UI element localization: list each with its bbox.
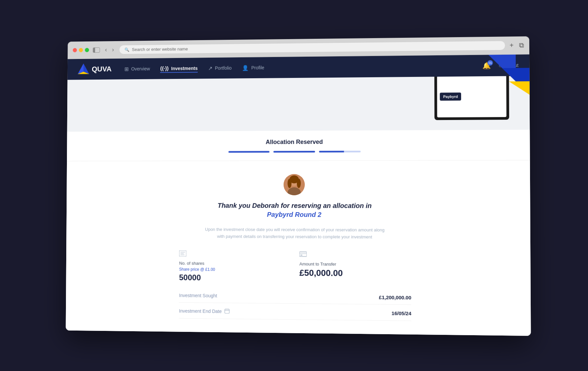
forward-button[interactable]: › bbox=[111, 46, 115, 53]
investment-end-date-label: Investment End Date bbox=[179, 308, 230, 315]
shares-icon bbox=[179, 250, 289, 259]
investment-sought-value: £1,200,000.00 bbox=[379, 294, 411, 300]
investment-end-date-text: Investment End Date bbox=[179, 308, 222, 314]
navbar: QUVA ⊞ Overview ((·)) Investments ↗ Port… bbox=[67, 54, 529, 80]
person-icon: 👤 bbox=[242, 65, 248, 71]
transfer-label: Amount to Transfer bbox=[299, 261, 411, 267]
nav-item-portfolio[interactable]: ↗ Portfolio bbox=[208, 64, 232, 73]
nav-item-investments[interactable]: ((·)) Investments bbox=[160, 64, 197, 73]
chart-icon: ↗ bbox=[208, 65, 212, 71]
transfer-detail: Amount to Transfer £50,000.00 bbox=[299, 251, 411, 284]
stepper-title: Allocation Reserved bbox=[265, 139, 323, 146]
details-grid: No. of shares Share price @ £1.00 50000 … bbox=[179, 250, 411, 284]
window-controls bbox=[73, 48, 89, 52]
nav-links: ⊞ Overview ((·)) Investments ↗ Portfolio… bbox=[124, 61, 469, 74]
stepper-bars bbox=[228, 151, 360, 153]
investment-sought-label: Investment Sought bbox=[179, 293, 217, 298]
sidebar-toggle-button[interactable] bbox=[93, 47, 100, 53]
search-icon: 🔍 bbox=[124, 47, 129, 52]
investments-icon: ((·)) bbox=[160, 66, 168, 72]
svg-rect-17 bbox=[299, 253, 306, 254]
main-content: Thank you Deborah for reserving an alloc… bbox=[66, 160, 531, 336]
logo-text: QUVA bbox=[91, 65, 111, 74]
info-text: Upon the investment close date you will … bbox=[202, 226, 387, 241]
close-button[interactable] bbox=[73, 48, 77, 52]
nav-label-investments: Investments bbox=[171, 66, 197, 71]
transfer-icon bbox=[299, 251, 411, 259]
logo[interactable]: QUVA bbox=[78, 63, 111, 75]
nav-controls: ‹ › bbox=[104, 46, 115, 53]
summary-section: Investment Sought £1,200,000.00 Investme… bbox=[179, 293, 411, 321]
nav-label-profile: Profile bbox=[251, 65, 264, 70]
investment-sought-row: Investment Sought £1,200,000.00 bbox=[179, 293, 411, 305]
stepper-section: Allocation Reserved bbox=[67, 130, 530, 161]
address-text: Search or enter website name bbox=[132, 46, 188, 52]
calendar-icon bbox=[224, 308, 230, 315]
hero-area: Paybyrd bbox=[67, 76, 530, 132]
browser-window: ‹ › 🔍 Search or enter website name + ⧉ bbox=[66, 36, 531, 336]
back-button[interactable]: ‹ bbox=[104, 46, 108, 53]
avatar bbox=[284, 174, 305, 195]
svg-rect-18 bbox=[300, 255, 302, 255]
svg-marker-2 bbox=[509, 81, 529, 95]
shares-detail: No. of shares Share price @ £1.00 50000 bbox=[179, 250, 289, 283]
svg-rect-19 bbox=[225, 309, 229, 313]
address-bar[interactable]: 🔍 Search or enter website name bbox=[119, 41, 506, 55]
svg-rect-16 bbox=[299, 252, 306, 256]
copy-button[interactable]: ⧉ bbox=[519, 41, 524, 49]
nav-label-portfolio: Portfolio bbox=[215, 65, 232, 71]
investment-end-date-row: Investment End Date 16/05/24 bbox=[179, 308, 411, 321]
shares-value: 50000 bbox=[179, 273, 289, 283]
thank-you-text: Thank you Deborah for reserving an alloc… bbox=[217, 202, 371, 210]
nav-label-overview: Overview bbox=[131, 66, 150, 72]
grid-icon: ⊞ bbox=[124, 66, 129, 72]
nav-item-profile[interactable]: 👤 Profile bbox=[242, 63, 264, 72]
shares-label: No. of shares bbox=[179, 261, 289, 266]
maximize-button[interactable] bbox=[85, 48, 89, 52]
monitor-brand: Paybyrd bbox=[440, 93, 461, 101]
app-content: QUVA ⊞ Overview ((·)) Investments ↗ Port… bbox=[66, 54, 531, 336]
stepper-bar-1 bbox=[228, 151, 269, 153]
company-name: Paybyrd Round 2 bbox=[267, 211, 321, 218]
minimize-button[interactable] bbox=[79, 48, 83, 52]
nav-item-overview[interactable]: ⊞ Overview bbox=[124, 64, 150, 73]
stepper-bar-2 bbox=[273, 151, 315, 153]
shares-sublabel: Share price @ £1.00 bbox=[179, 267, 289, 272]
investment-end-date-value: 16/05/24 bbox=[392, 310, 411, 316]
add-tab-button[interactable]: + bbox=[509, 41, 513, 49]
transfer-value: £50,000.00 bbox=[299, 268, 411, 279]
stepper-bar-3 bbox=[319, 151, 360, 153]
decorative-triangles bbox=[488, 54, 529, 95]
browser-actions: + ⧉ bbox=[509, 41, 524, 49]
